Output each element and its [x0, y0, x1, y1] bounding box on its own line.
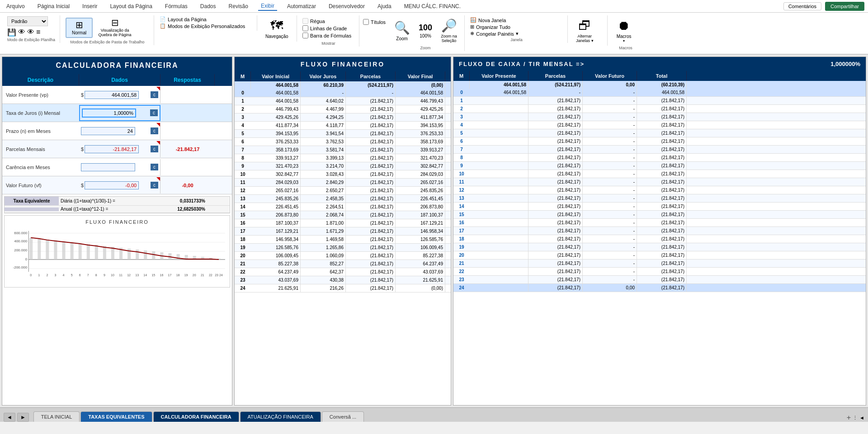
list-icon[interactable]: ≡ [36, 28, 40, 37]
caixa-cell-m-14: 14 [453, 203, 470, 210]
svg-rect-12 [29, 238, 33, 259]
nav-label: Navegação [265, 34, 288, 39]
vp-input[interactable] [85, 91, 139, 99]
calc-title: CALCULADORA FINANCEIRA [2, 57, 232, 74]
titulos-checkbox[interactable] [363, 19, 369, 25]
svg-text:3: 3 [54, 274, 56, 277]
caixa-cell-m-3: 3 [453, 113, 470, 121]
caixa-cell-p-8: (21.842,17) [528, 154, 583, 161]
tab-atualizacao-financeira[interactable]: ATUALIZAÇÃO FINANCEIRA [240, 411, 321, 422]
carencia-input[interactable] [81, 163, 135, 171]
menu-dados[interactable]: Dados [198, 2, 219, 10]
navegacao-button[interactable]: 🗺 Navegação [263, 16, 291, 41]
tab-prev-button[interactable]: ◄ [4, 413, 15, 422]
menu-desenvolvedor[interactable]: Desenvolvedor [326, 2, 368, 10]
caixa-cell-vf-23: - [583, 276, 637, 283]
caixa-row-6: 6 (21.842,17) - (21.842,17) [453, 137, 866, 146]
caixa-cell-vf-1: - [583, 97, 637, 104]
fluxo-row-17: 17 167.129,21 1.671,29 (21.842,17) 146.9… [235, 227, 451, 236]
prazo-input[interactable] [81, 127, 135, 135]
menu-automatizar[interactable]: Automatizar [284, 2, 319, 10]
vf-answer: -0,00 [160, 181, 215, 190]
zoom-selecao-button[interactable]: 🔎 Zoom naSeleção [438, 16, 460, 45]
linhas-grade-checkbox[interactable] [302, 25, 308, 31]
svg-rect-20 [95, 245, 98, 259]
tab-conversa[interactable]: Conversã ... [322, 411, 364, 422]
prazo-clear-button[interactable]: c [151, 127, 158, 134]
fluxo-row-9: 9 321.470,23 3.214,70 (21.842,17) 302.84… [235, 162, 451, 170]
fluxo-caixa-panel: FLUXO DE CAIXA / TIR MENSAL => 1,000000%… [453, 57, 866, 406]
menu-inserir[interactable]: Inserir [80, 2, 100, 10]
caixa-cell-p-4: (21.842,17) [528, 121, 583, 129]
layout-pagina-button[interactable]: 📄 Layout da Página [160, 16, 207, 22]
compartilhar-button[interactable]: Compartilhar [825, 2, 864, 11]
menu-calc-financ[interactable]: MENU CÁLC. FINANC. [401, 2, 463, 10]
vf-clear-button[interactable]: c [151, 182, 158, 189]
modos-exibicao-button[interactable]: 📋 Modos de Exibição Personalizados [160, 23, 245, 29]
fluxo-cell-vf-18: 126.585,76 [396, 236, 445, 243]
fluxo-cell-vi-4: 411.877,34 [251, 122, 301, 129]
fluxo-cell-m-21: 21 [235, 260, 251, 268]
zoom-100-button[interactable]: 100 100% [415, 21, 436, 40]
caixa-row-19: 19 (21.842,17) - (21.842,17) [453, 243, 866, 251]
alternar-button[interactable]: 🗗 AlternarJanelas ▾ [573, 16, 596, 45]
save-icon[interactable]: 💾 [7, 28, 16, 37]
normal-view-button[interactable]: ⊞ Normal [66, 18, 93, 38]
fluxo-cell-vj-17: 1.671,29 [301, 227, 346, 235]
carencia-clear-button[interactable]: c [151, 164, 158, 170]
svg-rect-21 [103, 246, 106, 259]
caixa-title-left: FLUXO DE CAIXA / TIR MENSAL => [453, 57, 807, 71]
fluxo-cell-m-0: 0 [235, 89, 251, 97]
taxa-clear-button[interactable]: c [150, 109, 158, 116]
fluxo-col-vi: Valor Inicial [251, 71, 301, 81]
parcelas-input[interactable] [85, 145, 139, 153]
taxa-input[interactable] [82, 108, 136, 118]
zoom-button[interactable]: 🔍 Zoom [391, 19, 413, 43]
menu-pagina-inicial[interactable]: Página Inicial [35, 2, 72, 10]
tab-taxas-equivalentes[interactable]: TAXAS EQUIVALENTES [80, 411, 152, 422]
vp-clear-button[interactable]: c [151, 91, 158, 98]
menu-ajuda[interactable]: Ajuda [375, 2, 394, 10]
fluxo-cell-vi-24: 21.625,91 [251, 284, 301, 292]
organizar-tudo-button[interactable]: ⊞ Organizar Tudo [470, 24, 519, 30]
tab-next-button[interactable]: ► [17, 413, 29, 422]
svg-text:200.000: 200.000 [14, 248, 28, 252]
ribbon-group-zoom: 🔍 Zoom 100 100% 🔎 Zoom naSeleção Zoom [389, 15, 465, 51]
comentarios-button[interactable]: Comentários [783, 2, 821, 10]
tab-tela-inicial[interactable]: TELA INICIAL [33, 411, 80, 422]
fluxo-sum-vj: 60.210,39 [301, 81, 346, 89]
view-mode-dropdown[interactable]: Padrão [7, 16, 48, 26]
eye2-icon[interactable]: 👁 [27, 28, 34, 37]
caixa-cell-total-8: (21.842,17) [637, 154, 687, 161]
caixa-cell-vf-12: - [583, 186, 637, 194]
parcelas-clear-button[interactable]: c [151, 146, 158, 152]
congelar-paineis-button[interactable]: ❄ Congelar Painéis ▾ [470, 31, 519, 37]
page-break-view-button[interactable]: ⊟ Visualização daQuebra de Página [94, 16, 135, 39]
fluxo-cell-vi-21: 85.227,38 [251, 260, 301, 268]
macros-button[interactable]: ⏺ Macros ▾ [613, 16, 635, 45]
nova-janela-button[interactable]: 🪟 Nova Janela [470, 17, 519, 23]
fluxo-cell-m-20: 20 [235, 252, 251, 259]
barra-formulas-checkbox[interactable] [302, 33, 308, 38]
menu-layout[interactable]: Layout da Página [107, 2, 155, 10]
tab-calculadora-financeira[interactable]: CALCULADORA FINANCEIRA [153, 411, 239, 422]
menu-arquivo[interactable]: Arquivo [4, 2, 28, 10]
menu-bar: Arquivo Página Inicial Inserir Layout da… [0, 0, 868, 13]
caixa-cell-total-18: (21.842,17) [637, 235, 687, 243]
fluxo-chart: 600.000 400.000 200.000 0 -200.000 [8, 226, 226, 281]
scroll-left-icon[interactable]: ◄ [859, 415, 864, 420]
menu-formulas[interactable]: Fórmulas [162, 2, 190, 10]
menu-exibir[interactable]: Exibir [258, 2, 277, 11]
tab-more-icon[interactable]: ⋮ [853, 415, 858, 421]
fluxo-cell-vi-16: 187.100,37 [251, 219, 301, 227]
add-tab-button[interactable]: + [847, 414, 851, 422]
caixa-cell-m-2: 2 [453, 105, 470, 113]
fluxo-cell-vi-6: 376.253,33 [251, 138, 301, 146]
menu-revisao[interactable]: Revisão [226, 2, 251, 10]
caixa-cell-vp-3 [470, 113, 528, 121]
regua-checkbox[interactable] [302, 18, 308, 24]
eye-icon[interactable]: 👁 [18, 28, 25, 37]
vf-input[interactable] [85, 181, 139, 189]
zoom-label: Zoom [396, 36, 408, 41]
caixa-cell-vp-0: 464.001,58 [470, 89, 528, 96]
